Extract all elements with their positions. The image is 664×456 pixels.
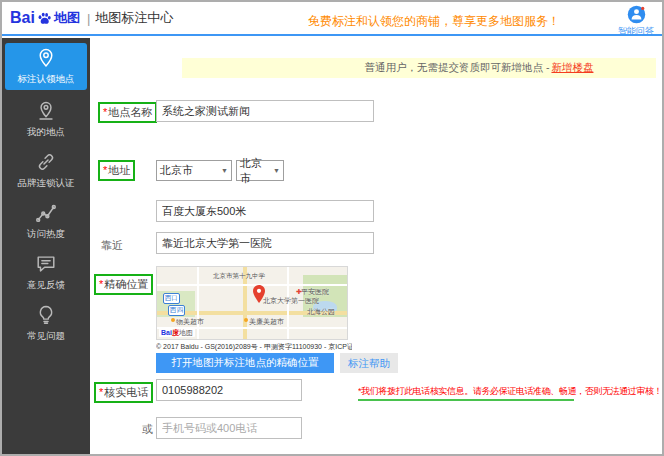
map-label: 物美超市 [176, 317, 204, 327]
speech-bubble-icon [35, 253, 57, 275]
map-label: 北京大学第一医院 [263, 296, 319, 306]
location-pin-icon [35, 47, 57, 69]
annotation-help-link[interactable]: 标注帮助 [340, 353, 398, 373]
sidebar: 标注认领地点 我的地点 品牌连锁认证 访问热度 [2, 38, 90, 454]
province-select-value: 北京市 [160, 163, 193, 178]
precise-location-label: 精确位置 [104, 278, 148, 290]
sidebar-item-label: 常见问题 [27, 330, 65, 343]
logo-text-bai: Bai [10, 9, 35, 27]
warning-underline-annotation [358, 399, 574, 401]
logo-text-map: 地图 [54, 9, 80, 27]
sidebar-item-label: 意见反馈 [27, 279, 65, 292]
lightbulb-icon [35, 304, 57, 326]
baidu-map-annotation-page: Bai 地图 | 地图标注中心 免费标注和认领您的商铺，尊享更多地图服务！ 智能… [0, 0, 664, 456]
page-title: 地图标注中心 [95, 9, 173, 27]
smart-qa-widget[interactable]: 智能问答 [618, 5, 654, 38]
near-label: 靠近 [101, 238, 123, 253]
verify-phone-label: 核实电话 [104, 386, 148, 398]
map-preview[interactable]: 北京市第十九中学 西口 西四 北京大学第一医院 美廉美超市 物美超市 平安医院 … [156, 266, 348, 340]
poi-dot-icon [244, 318, 248, 322]
verify-phone-label-annotation: *核实电话 [94, 382, 153, 403]
sidebar-item-faq[interactable]: 常见问题 [2, 298, 90, 349]
map-logo-suffix: 地图 [179, 329, 193, 336]
required-asterisk: * [103, 106, 107, 118]
sidebar-item-brand-chain-certification[interactable]: 品牌连锁认证 [2, 145, 90, 196]
province-select[interactable]: 北京市 [156, 160, 232, 181]
notice-bar: 普通用户，无需提交资质即可新增地点 - 新增楼盘 [182, 58, 656, 78]
phone-warning-text: *我们将拨打此电话核实信息。请务必保证电话准确、畅通，否则无法通过审核！ [358, 385, 660, 398]
baidu-paw-icon [37, 11, 52, 26]
required-asterisk: * [103, 164, 107, 176]
map-label: 北京市第十九中学 [213, 272, 265, 281]
place-name-input[interactable] [156, 100, 374, 122]
map-copyright: © 2017 Baidu - GS(2016)2089号 - 甲测资字11100… [156, 342, 352, 352]
chain-link-icon [35, 151, 57, 173]
place-name-label-annotation: *地点名称 [98, 102, 157, 123]
logo-divider: | [87, 11, 90, 26]
map-label: 美廉美超市 [249, 317, 284, 327]
sidebar-item-feedback[interactable]: 意见反馈 [2, 247, 90, 298]
precise-location-label-annotation: *精确位置 [94, 274, 153, 295]
smart-qa-label: 智能问答 [618, 25, 654, 38]
map-street [197, 267, 199, 340]
sidebar-item-my-places[interactable]: 我的地点 [2, 94, 90, 145]
city-select-value: 北京市 [240, 156, 269, 186]
address-label: 地址 [108, 164, 130, 176]
map-logo-bai: Bai [161, 329, 172, 336]
map-pin-icon [253, 285, 265, 303]
city-select[interactable]: 北京市 [236, 160, 284, 181]
smart-qa-icon [627, 5, 646, 24]
alt-phone-input[interactable] [156, 417, 302, 439]
promo-text: 免费标注和认领您的商铺，尊享更多地图服务！ [308, 13, 560, 30]
open-map-button[interactable]: 打开地图并标注地点的精确位置 [156, 353, 334, 373]
address-label-annotation: *地址 [98, 160, 135, 181]
sidebar-item-label: 访问热度 [27, 228, 65, 241]
baidu-map-logo: Bai度地图 [159, 328, 195, 337]
sidebar-item-label: 标注认领地点 [18, 73, 75, 86]
poi-dot-icon [171, 318, 175, 322]
map-label-metro: 西口 [163, 293, 180, 304]
header: Bai 地图 | 地图标注中心 免费标注和认领您的商铺，尊享更多地图服务！ 智能… [2, 2, 662, 36]
sidebar-item-label: 品牌连锁认证 [18, 177, 75, 190]
map-logo-du: 度 [172, 329, 179, 336]
map-label: 平安医院 [301, 287, 329, 297]
sidebar-item-label: 我的地点 [27, 126, 65, 139]
trend-chart-icon [35, 202, 57, 224]
required-asterisk: * [99, 278, 103, 290]
near-input[interactable] [156, 232, 374, 254]
required-asterisk: * [99, 386, 103, 398]
notice-text: 普通用户，无需提交资质即可新增地点 - [365, 61, 550, 75]
map-marker-icon [35, 100, 57, 122]
place-name-label: 地点名称 [108, 106, 152, 118]
baidu-logo[interactable]: Bai 地图 [10, 9, 80, 27]
verify-phone-input[interactable] [156, 379, 302, 401]
sidebar-item-visit-heat[interactable]: 访问热度 [2, 196, 90, 247]
or-label: 或 [142, 422, 153, 437]
main-content: 普通用户，无需提交资质即可新增地点 - 新增楼盘 *地点名称 *地址 北京市 北… [90, 38, 662, 454]
map-label-metro: 西四 [168, 305, 185, 316]
sidebar-item-annotate-claim-place[interactable]: 标注认领地点 [5, 43, 87, 90]
hospital-cross-icon: ✚ [296, 288, 302, 295]
map-label: 北海公园 [307, 307, 335, 317]
new-building-link[interactable]: 新增楼盘 [551, 61, 593, 75]
street-address-input[interactable] [156, 200, 374, 222]
